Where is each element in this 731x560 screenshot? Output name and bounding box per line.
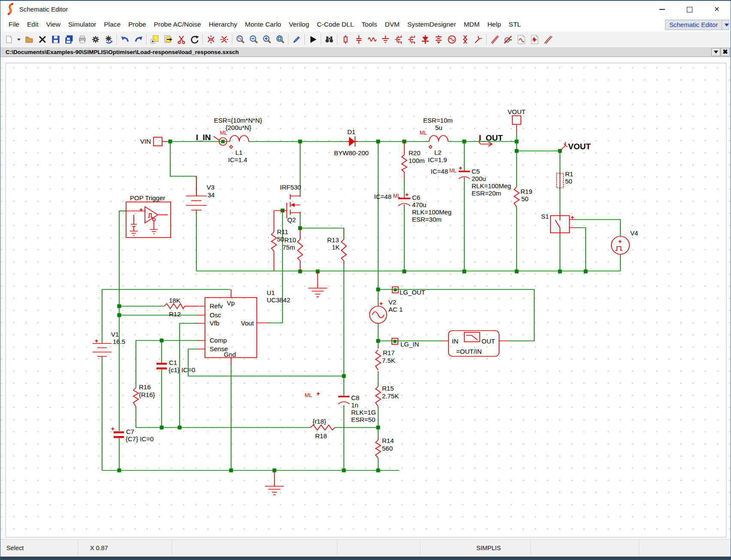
print-icon[interactable] xyxy=(75,33,89,46)
resistor-r12[interactable] xyxy=(164,304,198,309)
place-ac-source-icon[interactable] xyxy=(445,33,458,46)
zoom-out-icon[interactable] xyxy=(247,33,260,46)
svg-text:Q2: Q2 xyxy=(287,216,296,223)
place-nmos-icon[interactable] xyxy=(392,33,405,46)
maximize-button[interactable] xyxy=(676,1,703,18)
minimize-button[interactable] xyxy=(648,1,676,18)
terminal-vin[interactable] xyxy=(153,137,168,146)
svg-text:ML: ML xyxy=(305,392,312,398)
zoom-area-icon[interactable] xyxy=(234,33,247,46)
resistor-r10[interactable] xyxy=(298,228,303,271)
menu-item[interactable]: Probe AC/Noise xyxy=(150,19,205,30)
mosfet-q2[interactable] xyxy=(274,194,300,218)
run-simulation-icon[interactable] xyxy=(306,33,319,46)
capacitor-c8[interactable] xyxy=(338,396,349,404)
menu-item[interactable]: Simulator xyxy=(64,19,100,30)
simulator-gear-icon[interactable] xyxy=(102,33,115,46)
context-selector[interactable]: Schematic Editor xyxy=(665,20,729,30)
transient-probe-doc-icon[interactable] xyxy=(528,33,541,46)
zoom-extents-icon[interactable] xyxy=(274,33,287,46)
undo-icon[interactable] xyxy=(118,33,132,46)
place-transformer-icon[interactable] xyxy=(458,33,472,46)
chevron-down-icon[interactable] xyxy=(722,20,731,30)
place-battery-icon[interactable] xyxy=(432,33,445,46)
voltage-probe-icon[interactable] xyxy=(488,33,501,46)
place-pmos-icon[interactable] xyxy=(405,33,418,46)
probe-lg-in[interactable] xyxy=(392,338,398,344)
new-dropdown-icon[interactable] xyxy=(15,33,22,46)
menu-item[interactable]: STL xyxy=(505,19,525,30)
diff-probe-icon[interactable] xyxy=(541,33,554,46)
menu-item[interactable]: File xyxy=(5,19,23,30)
capacitor-c7[interactable]: + xyxy=(111,425,124,438)
resistor-r11[interactable] xyxy=(271,211,277,271)
switch-s1[interactable]: + xyxy=(551,214,576,233)
menu-item[interactable]: Help xyxy=(484,19,505,30)
schematic-canvas[interactable]: + xyxy=(0,57,731,539)
mirror-vertical-icon[interactable] xyxy=(204,33,217,46)
menu-item[interactable]: DVM xyxy=(381,19,403,30)
menu-item[interactable]: Hierarchy xyxy=(205,19,241,30)
wire-pencil-icon[interactable] xyxy=(290,33,303,46)
menu-item[interactable]: Probe xyxy=(124,19,150,30)
menu-item[interactable]: Verilog xyxy=(285,19,313,30)
place-ground-icon[interactable] xyxy=(379,33,392,46)
settings-gear-icon[interactable] xyxy=(89,33,102,46)
capacitor-c1[interactable] xyxy=(156,363,167,370)
gauge-probe-icon[interactable] xyxy=(501,33,514,46)
mirror-horizontal-icon[interactable] xyxy=(217,33,231,46)
menu-item[interactable]: Monte Carlo xyxy=(241,19,285,30)
inductor-l2[interactable] xyxy=(429,135,448,148)
copy-page-icon[interactable] xyxy=(148,33,161,46)
menu-item[interactable]: C-Code DLL xyxy=(313,19,358,30)
battery-v3[interactable] xyxy=(186,176,207,210)
ground-icon[interactable] xyxy=(265,470,284,495)
resistor-r17[interactable] xyxy=(376,350,381,370)
place-capacitor-icon[interactable] xyxy=(352,33,365,46)
resistor-r13[interactable] xyxy=(341,228,346,264)
ac-probe-doc-icon[interactable] xyxy=(514,33,528,46)
menu-item[interactable]: Place xyxy=(100,19,125,30)
menu-item[interactable]: SystemDesigner xyxy=(403,19,460,30)
rotate-icon[interactable] xyxy=(188,33,201,46)
svg-text:200u: 200u xyxy=(472,175,486,182)
find-binoculars-icon[interactable] xyxy=(322,33,336,46)
probe-lg-out[interactable] xyxy=(392,287,398,293)
resistor-r20[interactable] xyxy=(402,142,407,178)
menu-item[interactable]: View xyxy=(42,19,64,30)
place-inductor-icon[interactable] xyxy=(365,33,379,46)
close-file-icon[interactable] xyxy=(36,33,49,46)
close-button[interactable]: ✕ xyxy=(703,1,731,18)
resistor-r18[interactable] xyxy=(310,425,335,430)
new-schematic-icon[interactable] xyxy=(2,33,15,46)
menu-item[interactable]: Tools xyxy=(358,19,381,30)
save-icon[interactable] xyxy=(49,33,62,46)
open-folder-icon[interactable] xyxy=(22,33,36,46)
probe-i-in[interactable] xyxy=(214,136,227,145)
export-page-icon[interactable] xyxy=(161,33,174,46)
pathbar-dropdown-icon[interactable] xyxy=(711,48,720,56)
inductor-l1[interactable] xyxy=(230,135,249,148)
cut-scissors-icon[interactable] xyxy=(174,33,188,46)
ground-icon[interactable] xyxy=(308,271,327,297)
pop-trigger[interactable]: + xyxy=(126,202,171,238)
resistor-r14[interactable] xyxy=(376,439,381,458)
place-diode-icon[interactable] xyxy=(418,33,432,46)
save-all-icon[interactable] xyxy=(62,33,75,46)
resistor-r15[interactable] xyxy=(376,386,381,406)
capacitor-c5[interactable] xyxy=(459,171,470,180)
menu-item[interactable]: Edit xyxy=(23,19,42,30)
pathbar-close-icon[interactable]: ✖ xyxy=(721,48,730,56)
place-terminal-pin-icon[interactable] xyxy=(472,33,485,46)
resistor-r19[interactable] xyxy=(514,187,519,207)
zoom-in-icon[interactable] xyxy=(260,33,274,46)
resistor-r16[interactable] xyxy=(133,388,138,406)
diode-d1[interactable] xyxy=(347,136,358,147)
place-resistor-icon[interactable] xyxy=(339,33,352,46)
resistor-r1[interactable] xyxy=(557,173,563,188)
probe-vout[interactable] xyxy=(560,142,567,151)
terminal-vout[interactable] xyxy=(512,116,521,132)
redo-icon[interactable] xyxy=(132,33,145,46)
menu-item[interactable]: MDM xyxy=(460,19,484,30)
source-v4[interactable]: + xyxy=(611,236,629,254)
